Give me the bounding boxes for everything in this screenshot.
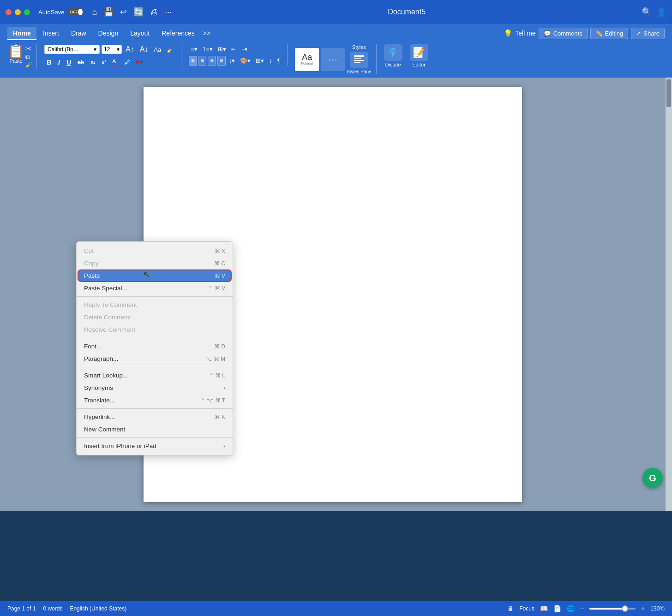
context-menu-paste[interactable]: Paste ⌘ V — [78, 269, 232, 282]
text-color-btn[interactable]: A▾ — [134, 58, 145, 66]
context-menu-cut[interactable]: Cut ⌘ X — [77, 245, 233, 257]
context-menu-delete-comment[interactable]: Delete Comment — [77, 311, 233, 323]
autosave-toggle[interactable]: OFF — [67, 8, 84, 16]
increase-indent-btn[interactable]: ⇥ — [240, 44, 249, 54]
sort-btn[interactable]: ↕ — [267, 56, 274, 65]
zoom-slider[interactable] — [589, 608, 636, 610]
change-case-btn[interactable]: Aa — [152, 45, 163, 54]
style-more-btn[interactable]: ⋯ — [321, 48, 345, 71]
show-formatting-btn[interactable]: ¶ — [276, 56, 283, 66]
font-size-dropdown[interactable]: 12 ▾ — [102, 45, 122, 54]
styles-pane-button[interactable]: Styles Pane — [347, 52, 371, 74]
underline-button[interactable]: U — [64, 58, 73, 67]
align-center-btn[interactable]: ≡ — [198, 56, 207, 66]
minimize-button[interactable] — [15, 9, 21, 15]
editor-button[interactable]: 📝 Editor — [410, 44, 428, 67]
tab-design[interactable]: Design — [93, 27, 124, 40]
zoom-slider-thumb[interactable] — [622, 605, 628, 612]
bullets-btn[interactable]: ≡▾ — [189, 45, 199, 54]
titlebar-icons: ⌂ 💾 ↩ 🔄 🖨 ··· — [92, 7, 172, 17]
zoom-out-btn[interactable]: − — [580, 605, 584, 612]
superscript-button[interactable]: x² — [99, 59, 108, 66]
undo-icon[interactable]: ↩ — [120, 7, 127, 17]
page-info: Page 1 of 1 — [7, 605, 36, 612]
context-menu-resolve-comment[interactable]: Resolve Comment — [77, 323, 233, 336]
editor-icon: 📝 — [413, 47, 425, 59]
style-more-icon: ⋯ — [328, 54, 337, 65]
format-painter-icon[interactable]: 🖌 — [25, 61, 32, 68]
bold-button[interactable]: B — [44, 57, 54, 67]
font-controls: Calibri (Bo... ▾ 12 ▾ A↑ A↓ Aa 🧹 B I U a… — [44, 44, 181, 67]
align-left-btn[interactable]: ≡ — [189, 56, 197, 66]
context-menu-hyperlink[interactable]: Hyperlink... ⌘ K — [77, 411, 233, 423]
clear-format-btn[interactable]: 🧹 — [165, 45, 176, 54]
tell-me-area[interactable]: 💡 Tell me — [504, 29, 535, 38]
dictate-button[interactable]: 🎙 Dictate — [384, 44, 402, 67]
separator-3 — [77, 367, 233, 367]
tab-layout[interactable]: Layout — [125, 27, 155, 40]
more-icon[interactable]: ··· — [165, 7, 172, 17]
account-icon[interactable]: 👤 — [656, 7, 666, 17]
maximize-button[interactable] — [24, 9, 30, 15]
document-view-icon[interactable]: 🖥 — [507, 605, 514, 612]
styles-button[interactable]: Styles — [352, 44, 366, 50]
zoom-level[interactable]: 130% — [650, 605, 665, 612]
tab-home[interactable]: Home — [7, 27, 36, 40]
context-menu-new-comment[interactable]: New Comment — [77, 423, 233, 436]
font-name-dropdown[interactable]: Calibri (Bo... ▾ — [44, 45, 100, 54]
print-layout-icon[interactable]: 📄 — [553, 605, 561, 612]
context-menu-reply-comment[interactable]: Reply To Comment — [77, 299, 233, 311]
numbering-btn[interactable]: 1≡▾ — [201, 45, 215, 54]
multilevel-list-btn[interactable]: ⊞▾ — [216, 45, 228, 54]
more-tabs-icon[interactable]: >> — [201, 27, 212, 40]
styles-pane-icon — [350, 52, 368, 68]
read-mode-icon[interactable]: 📖 — [540, 605, 548, 612]
italic-button[interactable]: I — [56, 57, 62, 67]
focus-label[interactable]: Focus — [519, 605, 534, 612]
shading-btn[interactable]: 🎨▾ — [238, 56, 252, 65]
tell-me-label[interactable]: Tell me — [515, 30, 535, 37]
tab-draw[interactable]: Draw — [66, 27, 92, 40]
style-normal-btn[interactable]: Aa Normal — [295, 48, 319, 71]
save-icon[interactable]: 💾 — [103, 7, 114, 17]
web-view-icon[interactable]: 🌐 — [567, 605, 575, 612]
paste-menu-label: Paste — [84, 272, 215, 279]
tab-references[interactable]: References — [156, 27, 200, 40]
borders-btn[interactable]: ⊞▾ — [254, 56, 266, 65]
align-right-btn[interactable]: ≡ — [208, 56, 216, 66]
context-menu-smart-lookup[interactable]: Smart Lookup... ⌃ ⌘ L — [77, 369, 233, 382]
paste-button[interactable]: 📋 Paste — [7, 44, 24, 69]
context-menu-font[interactable]: Font... ⌘ D — [77, 340, 233, 353]
print-icon[interactable]: 🖨 — [150, 7, 158, 17]
vertical-scrollbar[interactable] — [666, 78, 672, 511]
comments-button[interactable]: 💬 Comments — [539, 28, 588, 39]
highlight-color-btn[interactable]: 🖊 — [122, 58, 132, 66]
share-button[interactable]: ↗ Share — [631, 28, 665, 39]
scrollbar-thumb[interactable] — [666, 79, 671, 107]
word-count: 0 words — [43, 605, 62, 612]
context-menu-synonyms[interactable]: Synonyms › — [77, 382, 233, 394]
close-button[interactable] — [6, 9, 12, 15]
grammarly-button[interactable]: G — [642, 468, 663, 488]
justify-btn[interactable]: ≡ — [217, 56, 226, 66]
line-spacing-btn[interactable]: ↕▾ — [227, 56, 237, 65]
redo-icon[interactable]: 🔄 — [133, 7, 144, 17]
search-icon[interactable]: 🔍 — [642, 7, 652, 17]
context-menu-paragraph[interactable]: Paragraph... ⌥ ⌘ M — [77, 353, 233, 365]
subscript-button[interactable]: x₂ — [88, 58, 97, 66]
context-menu-paste-special[interactable]: Paste Special... ⌃ ⌘ V — [77, 282, 233, 294]
context-menu-translate[interactable]: Translate... ⌃ ⌥ ⌘ T — [77, 394, 233, 407]
scissors-icon[interactable]: ✂ — [25, 44, 32, 53]
context-menu-insert-iphone[interactable]: Insert from iPhone or iPad › — [77, 440, 233, 452]
decrease-indent-btn[interactable]: ⇤ — [229, 44, 239, 54]
decrease-font-btn[interactable]: A↓ — [138, 44, 150, 54]
zoom-in-btn[interactable]: + — [641, 605, 645, 612]
strikethrough-button[interactable]: ab — [75, 58, 86, 66]
increase-font-btn[interactable]: A↑ — [124, 44, 136, 54]
home-icon[interactable]: ⌂ — [92, 7, 97, 17]
copy-icon[interactable]: ⧉ — [25, 53, 32, 61]
editing-button[interactable]: ✏️ Editing — [590, 28, 629, 39]
font-color-btn[interactable]: A — [110, 57, 120, 67]
tab-insert[interactable]: Insert — [37, 27, 65, 40]
context-menu-copy[interactable]: Copy ⌘ C — [77, 257, 233, 269]
